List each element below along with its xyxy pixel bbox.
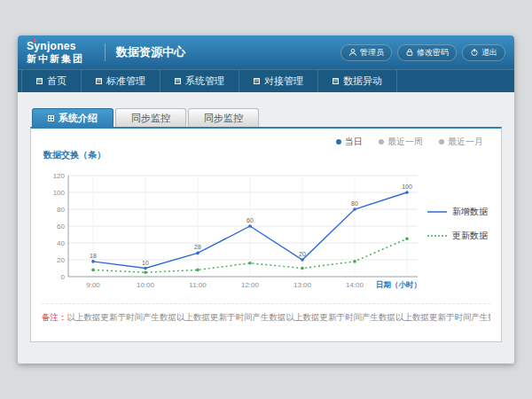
chart-panel: 当日 最近一周 最近一月 数据交换（条） 0204060801001209:00… <box>30 127 502 342</box>
system-icon <box>175 78 181 84</box>
tab-bar: 系统介绍 同步监控 同步监控 <box>30 108 502 127</box>
brand-logo-subtext: 新中新集团 <box>27 53 96 64</box>
series-label: 更新数据 <box>452 230 488 242</box>
nav-item-home[interactable]: 首页 <box>21 70 82 92</box>
lock-icon <box>405 48 414 57</box>
tab-system-intro[interactable]: 系统介绍 <box>32 108 113 127</box>
nav-item-label: 首页 <box>47 74 66 88</box>
tab-sync-monitor-1[interactable]: 同步监控 <box>115 108 186 127</box>
svg-text:120: 120 <box>53 172 66 180</box>
nav-item-label: 数据异动 <box>343 74 382 88</box>
nav-item-connection[interactable]: 对接管理 <box>239 70 318 92</box>
brand-logo-text: Synjones * <box>27 41 96 52</box>
svg-text:11:00: 11:00 <box>189 281 207 289</box>
user-icon <box>348 48 357 57</box>
last-month-dot-icon <box>439 139 444 145</box>
logout-button-label: 退出 <box>481 47 497 59</box>
app-window: Synjones * 新中新集团 数据资源中心 管理员 修改密码 <box>18 35 514 364</box>
svg-text:100: 100 <box>402 184 412 190</box>
svg-text:12:00: 12:00 <box>241 281 260 289</box>
logout-icon <box>470 48 479 57</box>
svg-text:60: 60 <box>246 217 254 223</box>
main-nav: 首页 标准管理 系统管理 对接管理 数据异动 <box>18 69 514 92</box>
page-title: 数据资源中心 <box>105 43 185 61</box>
legend-new-data[interactable]: 新增数据 <box>426 206 488 218</box>
chart-row: 0204060801001209:0010:0011:0012:0013:001… <box>42 163 490 296</box>
svg-text:28: 28 <box>194 244 201 250</box>
svg-text:18: 18 <box>90 253 97 259</box>
logo-star-icon: * <box>32 37 36 48</box>
series-legend: 新增数据 更新数据 <box>426 206 488 242</box>
change-password-label: 修改密码 <box>417 47 449 59</box>
tab-label: 同步监控 <box>131 112 170 125</box>
line-chart: 0204060801001209:0010:0011:0012:0013:001… <box>42 163 423 296</box>
svg-text:80: 80 <box>57 206 65 214</box>
svg-text:20: 20 <box>57 256 65 264</box>
svg-text:14:00: 14:00 <box>346 281 364 289</box>
svg-text:日期（小时）: 日期（小时） <box>376 280 421 289</box>
solid-line-icon <box>426 208 448 215</box>
admin-button[interactable]: 管理员 <box>340 44 392 61</box>
admin-button-label: 管理员 <box>360 47 384 59</box>
svg-text:40: 40 <box>57 239 65 247</box>
svg-text:80: 80 <box>351 200 358 207</box>
nav-item-label: 对接管理 <box>264 74 303 88</box>
tab-label: 系统介绍 <box>59 112 98 125</box>
range-label: 当日 <box>345 136 363 148</box>
app-header: Synjones * 新中新集团 数据资源中心 管理员 修改密码 <box>18 35 514 69</box>
svg-text:9:00: 9:00 <box>86 281 100 289</box>
logout-button[interactable]: 退出 <box>462 44 505 61</box>
dotted-line-icon <box>426 232 448 239</box>
footnote: 备注：以上数据更新于时间产生数据以上数据更新于时间产生数据以上数据更新于时间产生… <box>42 303 490 324</box>
range-last-month[interactable]: 最近一月 <box>439 136 483 148</box>
range-label: 最近一月 <box>448 136 483 148</box>
nav-item-data-change[interactable]: 数据异动 <box>318 70 397 92</box>
range-today[interactable]: 当日 <box>336 136 363 148</box>
tab-label: 同步监控 <box>204 112 243 125</box>
range-legend: 当日 最近一周 最近一月 <box>42 136 490 148</box>
grid-icon <box>48 115 54 121</box>
nav-item-standards[interactable]: 标准管理 <box>82 70 160 92</box>
range-last-week[interactable]: 最近一周 <box>379 136 423 148</box>
svg-text:10:00: 10:00 <box>137 281 155 289</box>
data-change-icon <box>332 78 339 84</box>
connection-icon <box>254 78 260 84</box>
last-week-dot-icon <box>379 139 384 145</box>
home-icon <box>36 78 43 84</box>
brand-logo: Synjones * 新中新集团 <box>27 41 96 63</box>
tab-sync-monitor-2[interactable]: 同步监控 <box>188 108 259 127</box>
nav-item-system[interactable]: 系统管理 <box>160 70 239 92</box>
header-actions: 管理员 修改密码 退出 <box>340 44 505 61</box>
svg-text:13:00: 13:00 <box>293 281 312 289</box>
footnote-label: 备注： <box>42 312 67 322</box>
change-password-button[interactable]: 修改密码 <box>397 44 457 61</box>
range-label: 最近一周 <box>387 136 423 148</box>
svg-text:20: 20 <box>299 251 306 257</box>
legend-update-data[interactable]: 更新数据 <box>426 230 488 242</box>
nav-item-label: 标准管理 <box>106 74 145 88</box>
svg-text:0: 0 <box>61 273 66 281</box>
series-label: 新增数据 <box>452 206 488 218</box>
svg-text:10: 10 <box>142 260 149 266</box>
nav-item-label: 系统管理 <box>185 74 224 88</box>
content-area: 系统介绍 同步监控 同步监控 当日 最近一周 <box>18 92 514 342</box>
y-axis-title: 数据交换（条） <box>43 149 490 161</box>
standards-icon <box>96 78 102 84</box>
svg-text:100: 100 <box>53 189 66 197</box>
today-dot-icon <box>336 139 341 145</box>
footnote-text: 以上数据更新于时间产生数据以上数据更新于时间产生数据以上数据更新于时间产生数据以… <box>67 312 491 322</box>
svg-text:60: 60 <box>57 223 65 231</box>
